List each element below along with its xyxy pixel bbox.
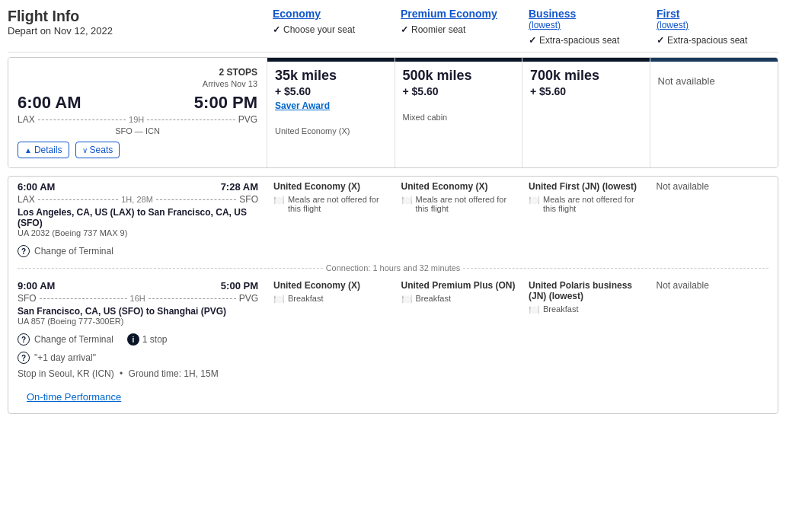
seg2-ground-time: Ground time: 1H, 15M [129,368,219,379]
seg2-prem-title: United Premium Plus (ON) [401,280,517,291]
arrive-time: 5:00 PM [194,93,257,113]
stops: 2 STOPS [18,67,257,78]
economy-fee: + $5.60 [275,85,387,97]
business-miles: 700k miles [530,68,642,84]
seg2-biz-meal: 🍽️ Breakfast [529,304,644,315]
seg2-flight: UA 857 (Boeing 777-300ER) [18,317,258,326]
seg2-dashes [40,298,127,299]
first-lowest: (lowest) [657,20,772,30]
seg1-biz-meal: 🍽️ Meals are not offered for this flight [529,195,644,213]
details-button[interactable]: ▲ Details [18,142,69,158]
seg2-econ-meal-text: Breakfast [288,294,323,303]
conn-dash-left [18,268,323,269]
business-link[interactable]: Business [529,8,576,20]
seg2-stop: Stop in Seoul, KR (ICN) [18,368,114,379]
seg2-prem-meal-text: Breakfast [416,294,451,303]
first-header: First (lowest) Extra-spacious seat [650,8,778,46]
premium-fee: + $5.60 [403,85,515,97]
seg2-change-terminal: Change of Terminal [34,334,113,345]
seg1-first-title: Not available [657,181,709,192]
flight-info-header: Flight Info Depart on Nov 12, 2022 [8,8,267,46]
seg2-change-terminal-row: ? Change of Terminal i 1 stop [8,330,778,349]
first-top-bar [650,58,778,62]
seg2-econ-title: United Economy (X) [273,280,389,291]
seg2-duration: 16H [130,294,145,303]
seg1-premium-cabin: United Economy (X) 🍽️ Meals are not offe… [395,177,523,242]
economy-header: Economy Choose your seat [267,8,395,46]
segment-1: 6:00 AM 7:28 AM LAX 1H, 28M SFO Los Ange… [8,177,778,260]
seg2-arrive-time: 5:00 PM [221,280,258,291]
business-feature: Extra-spacious seat [529,35,644,46]
seg2-premium-cabin: United Premium Plus (ON) 🍽️ Breakfast [395,276,523,330]
page-title: Flight Info [8,8,267,25]
segment-2: 9:00 AM 5:00 PM SFO 16H PVG San Francisc… [8,276,778,381]
seats-label: Seats [90,145,113,155]
meal-icon-1: 🍽️ [273,195,285,205]
depart-airport: LAX [18,114,35,125]
seg2-arrive-airport: PVG [239,293,258,304]
economy-feature: Choose your seat [273,24,388,35]
first-feature: Extra-spacious seat [657,35,772,46]
seg1-depart-airport: LAX [18,194,35,205]
business-top-bar [522,58,650,62]
economy-link[interactable]: Economy [273,8,321,20]
premium-header: Premium Economy Roomier seat [395,8,522,46]
seg2-econ-meal: 🍽️ Breakfast [273,294,389,304]
seg1-change-terminal: Change of Terminal [34,246,113,256]
economy-miles: 35k miles [275,68,387,84]
conn-dash-right [463,268,768,269]
business-fee: + $5.60 [530,85,642,97]
seg2-stop-info-row: Stop in Seoul, KR (ICN) • Ground time: 1… [8,367,778,381]
seg2-route-desc: San Francisco, CA, US (SFO) to Shanghai … [18,306,258,317]
first-price-cell: Not available [650,58,778,167]
meal-icon-2: 🍽️ [401,195,413,205]
seg1-dashes [38,199,119,200]
on-time-row: On-time Performance [8,381,778,413]
segment-wrapper: 6:00 AM 7:28 AM LAX 1H, 28M SFO Los Ange… [8,176,778,414]
seg1-econ-meal-text: Meals are not offered for this flight [288,195,389,213]
seg1-biz-meal-text: Meals are not offered for this flight [543,195,644,213]
seg1-route-desc: Los Angeles, CA, US (LAX) to San Francis… [18,207,258,228]
on-time-link[interactable]: On-time Performance [18,385,130,409]
arrives: Arrives Nov 13 [18,79,257,88]
economy-price-cell: 35k miles + $5.60 Saver Award United Eco… [267,58,395,167]
seg2-biz-meal-text: Breakfast [543,304,578,314]
seats-button[interactable]: ∨ Seats [75,142,120,158]
seg1-arrive-airport: SFO [239,194,258,205]
segment-1-info: 6:00 AM 7:28 AM LAX 1H, 28M SFO Los Ange… [8,177,267,242]
seg1-first-cabin: Not available [650,177,778,242]
seg1-biz-title: United First (JN) (lowest) [529,181,644,192]
seg2-first-title: Not available [657,280,709,291]
main-flight-card: 2 STOPS Arrives Nov 13 6:00 AM 5:00 PM L… [8,57,778,168]
seg2-depart-airport: SFO [18,293,37,304]
seg2-economy-cabin: United Economy (X) 🍽️ Breakfast [267,276,395,330]
seg1-change-terminal-row: ? Change of Terminal [8,242,778,260]
via: SFO — ICN [18,126,257,135]
premium-top-bar [395,58,522,62]
seg1-prem-meal-text: Meals are not offered for this flight [416,195,517,213]
economy-top-bar [267,58,395,62]
depart-date: Depart on Nov 12, 2022 [8,25,267,37]
segment-1-main-row: 6:00 AM 7:28 AM LAX 1H, 28M SFO Los Ange… [8,177,778,242]
seg1-prem-title: United Economy (X) [401,181,517,192]
seg1-economy-cabin: United Economy (X) 🍽️ Meals are not offe… [267,177,395,242]
depart-time: 6:00 AM [18,93,81,113]
question-icon-3: ? [18,352,30,364]
business-lowest: (lowest) [529,20,644,30]
seg1-arrive-time: 7:28 AM [221,181,258,193]
premium-link[interactable]: Premium Economy [401,8,497,20]
info-icon-1: i [127,333,139,346]
details-arrow-icon: ▲ [24,146,32,155]
seg2-biz-title: United Polaris business (JN) (lowest) [529,280,644,301]
route-dashes-2 [147,119,235,120]
details-label: Details [34,145,62,155]
business-price-cell: 700k miles + $5.60 [522,58,650,167]
seg2-prem-meal: 🍽️ Breakfast [401,294,517,304]
business-header: Business (lowest) Extra-spacious seat [522,8,650,46]
seg2-one-stop: 1 stop [142,334,168,345]
first-link[interactable]: First [657,8,679,20]
arrive-airport: PVG [238,114,257,125]
connection-text: Connection: 1 hours and 32 minutes [326,263,461,272]
economy-saver[interactable]: Saver Award [275,100,387,111]
meal-icon-6: 🍽️ [529,304,540,315]
